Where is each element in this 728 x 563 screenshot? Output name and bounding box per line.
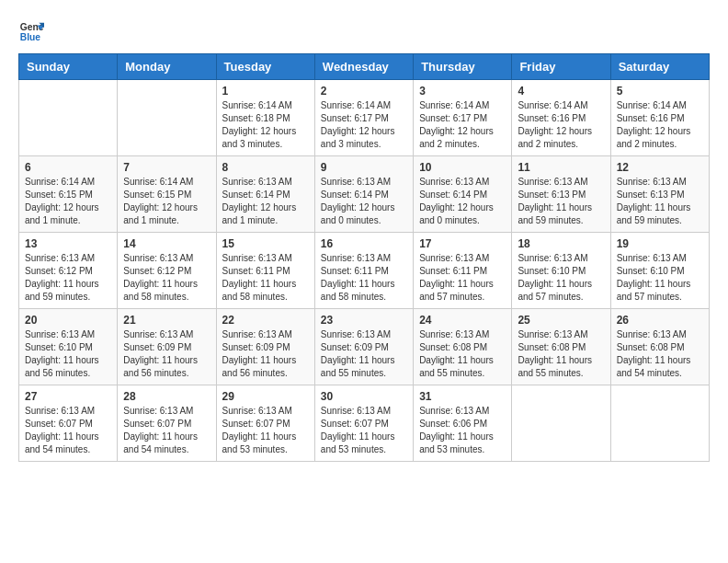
calendar-table: SundayMondayTuesdayWednesdayThursdayFrid… — [18, 53, 710, 462]
calendar-cell: 13Sunrise: 6:13 AM Sunset: 6:12 PM Dayli… — [19, 233, 118, 309]
calendar-cell: 22Sunrise: 6:13 AM Sunset: 6:09 PM Dayli… — [216, 309, 314, 385]
day-of-week-header: Sunday — [19, 54, 118, 80]
day-number: 25 — [518, 314, 604, 327]
calendar-cell: 1Sunrise: 6:14 AM Sunset: 6:18 PM Daylig… — [216, 80, 314, 156]
day-number: 8 — [222, 161, 309, 174]
day-number: 23 — [321, 314, 407, 327]
day-number: 22 — [222, 314, 309, 327]
day-number: 24 — [419, 314, 506, 327]
day-number: 3 — [419, 85, 506, 98]
day-info: Sunrise: 6:13 AM Sunset: 6:07 PM Dayligh… — [123, 405, 210, 456]
day-number: 4 — [518, 85, 604, 98]
calendar-cell — [512, 385, 610, 462]
day-of-week-header: Thursday — [414, 54, 512, 80]
day-info: Sunrise: 6:13 AM Sunset: 6:07 PM Dayligh… — [222, 405, 309, 456]
day-info: Sunrise: 6:13 AM Sunset: 6:08 PM Dayligh… — [518, 328, 604, 380]
calendar-cell: 5Sunrise: 6:14 AM Sunset: 6:16 PM Daylig… — [610, 80, 709, 156]
day-number: 20 — [25, 314, 111, 327]
calendar-cell: 11Sunrise: 6:13 AM Sunset: 6:13 PM Dayli… — [512, 156, 610, 233]
day-of-week-header: Friday — [512, 54, 610, 80]
day-info: Sunrise: 6:13 AM Sunset: 6:13 PM Dayligh… — [617, 176, 703, 227]
day-number: 19 — [617, 237, 703, 250]
day-info: Sunrise: 6:14 AM Sunset: 6:15 PM Dayligh… — [25, 176, 111, 227]
day-number: 14 — [123, 237, 210, 250]
day-info: Sunrise: 6:13 AM Sunset: 6:08 PM Dayligh… — [419, 328, 506, 380]
day-info: Sunrise: 6:14 AM Sunset: 6:16 PM Dayligh… — [617, 99, 703, 151]
day-number: 11 — [518, 161, 604, 174]
day-info: Sunrise: 6:13 AM Sunset: 6:09 PM Dayligh… — [123, 328, 210, 380]
day-info: Sunrise: 6:13 AM Sunset: 6:10 PM Dayligh… — [25, 328, 111, 380]
day-number: 27 — [25, 390, 111, 403]
day-info: Sunrise: 6:14 AM Sunset: 6:17 PM Dayligh… — [321, 99, 407, 151]
calendar-cell: 27Sunrise: 6:13 AM Sunset: 6:07 PM Dayli… — [19, 385, 118, 462]
day-info: Sunrise: 6:13 AM Sunset: 6:09 PM Dayligh… — [222, 328, 309, 380]
calendar-cell: 30Sunrise: 6:13 AM Sunset: 6:07 PM Dayli… — [314, 385, 413, 462]
day-number: 9 — [321, 161, 407, 174]
day-info: Sunrise: 6:13 AM Sunset: 6:14 PM Dayligh… — [321, 176, 407, 227]
calendar-cell: 7Sunrise: 6:14 AM Sunset: 6:15 PM Daylig… — [118, 156, 216, 233]
day-info: Sunrise: 6:14 AM Sunset: 6:15 PM Dayligh… — [123, 176, 210, 227]
calendar-cell: 17Sunrise: 6:13 AM Sunset: 6:11 PM Dayli… — [414, 233, 512, 309]
day-number: 28 — [123, 390, 210, 403]
calendar-cell: 23Sunrise: 6:13 AM Sunset: 6:09 PM Dayli… — [314, 309, 413, 385]
day-info: Sunrise: 6:13 AM Sunset: 6:10 PM Dayligh… — [617, 252, 703, 304]
calendar-cell: 15Sunrise: 6:13 AM Sunset: 6:11 PM Dayli… — [216, 233, 314, 309]
calendar-cell: 10Sunrise: 6:13 AM Sunset: 6:14 PM Dayli… — [414, 156, 512, 233]
calendar-week-row: 13Sunrise: 6:13 AM Sunset: 6:12 PM Dayli… — [19, 233, 710, 309]
day-of-week-header: Wednesday — [314, 54, 413, 80]
calendar-cell: 9Sunrise: 6:13 AM Sunset: 6:14 PM Daylig… — [314, 156, 413, 233]
day-number: 12 — [617, 161, 703, 174]
day-info: Sunrise: 6:13 AM Sunset: 6:06 PM Dayligh… — [419, 405, 506, 456]
day-number: 26 — [617, 314, 703, 327]
day-of-week-header: Monday — [118, 54, 216, 80]
day-of-week-header: Tuesday — [216, 54, 314, 80]
day-info: Sunrise: 6:13 AM Sunset: 6:08 PM Dayligh… — [617, 328, 703, 380]
day-info: Sunrise: 6:13 AM Sunset: 6:11 PM Dayligh… — [321, 252, 407, 304]
calendar-cell — [19, 80, 118, 156]
calendar-cell: 6Sunrise: 6:14 AM Sunset: 6:15 PM Daylig… — [19, 156, 118, 233]
calendar-week-row: 20Sunrise: 6:13 AM Sunset: 6:10 PM Dayli… — [19, 309, 710, 385]
calendar-cell: 25Sunrise: 6:13 AM Sunset: 6:08 PM Dayli… — [512, 309, 610, 385]
day-info: Sunrise: 6:13 AM Sunset: 6:11 PM Dayligh… — [419, 252, 506, 304]
day-of-week-header: Saturday — [610, 54, 709, 80]
calendar-cell: 28Sunrise: 6:13 AM Sunset: 6:07 PM Dayli… — [118, 385, 216, 462]
page-header: General Blue — [18, 18, 710, 44]
day-info: Sunrise: 6:13 AM Sunset: 6:07 PM Dayligh… — [321, 405, 407, 456]
calendar-cell: 14Sunrise: 6:13 AM Sunset: 6:12 PM Dayli… — [118, 233, 216, 309]
calendar-cell: 24Sunrise: 6:13 AM Sunset: 6:08 PM Dayli… — [414, 309, 512, 385]
day-number: 7 — [123, 161, 210, 174]
calendar-cell: 2Sunrise: 6:14 AM Sunset: 6:17 PM Daylig… — [314, 80, 413, 156]
calendar-cell: 31Sunrise: 6:13 AM Sunset: 6:06 PM Dayli… — [414, 385, 512, 462]
svg-text:Blue: Blue — [20, 32, 41, 42]
day-info: Sunrise: 6:13 AM Sunset: 6:14 PM Dayligh… — [419, 176, 506, 227]
logo-icon: General Blue — [18, 18, 44, 44]
day-info: Sunrise: 6:13 AM Sunset: 6:12 PM Dayligh… — [25, 252, 111, 304]
day-number: 30 — [321, 390, 407, 403]
day-info: Sunrise: 6:13 AM Sunset: 6:13 PM Dayligh… — [518, 176, 604, 227]
day-number: 13 — [25, 237, 111, 250]
calendar-cell: 21Sunrise: 6:13 AM Sunset: 6:09 PM Dayli… — [118, 309, 216, 385]
day-number: 1 — [222, 85, 309, 98]
calendar-cell: 18Sunrise: 6:13 AM Sunset: 6:10 PM Dayli… — [512, 233, 610, 309]
logo: General Blue — [18, 18, 44, 44]
day-info: Sunrise: 6:13 AM Sunset: 6:14 PM Dayligh… — [222, 176, 309, 227]
day-number: 21 — [123, 314, 210, 327]
day-number: 10 — [419, 161, 506, 174]
day-info: Sunrise: 6:13 AM Sunset: 6:10 PM Dayligh… — [518, 252, 604, 304]
day-number: 18 — [518, 237, 604, 250]
calendar-cell — [118, 80, 216, 156]
day-info: Sunrise: 6:14 AM Sunset: 6:18 PM Dayligh… — [222, 99, 309, 151]
calendar-cell: 8Sunrise: 6:13 AM Sunset: 6:14 PM Daylig… — [216, 156, 314, 233]
calendar-cell: 12Sunrise: 6:13 AM Sunset: 6:13 PM Dayli… — [610, 156, 709, 233]
calendar-cell: 4Sunrise: 6:14 AM Sunset: 6:16 PM Daylig… — [512, 80, 610, 156]
calendar-cell: 19Sunrise: 6:13 AM Sunset: 6:10 PM Dayli… — [610, 233, 709, 309]
day-number: 17 — [419, 237, 506, 250]
calendar-week-row: 6Sunrise: 6:14 AM Sunset: 6:15 PM Daylig… — [19, 156, 710, 233]
day-number: 5 — [617, 85, 703, 98]
day-number: 6 — [25, 161, 111, 174]
calendar-cell: 16Sunrise: 6:13 AM Sunset: 6:11 PM Dayli… — [314, 233, 413, 309]
day-info: Sunrise: 6:13 AM Sunset: 6:09 PM Dayligh… — [321, 328, 407, 380]
calendar-cell: 3Sunrise: 6:14 AM Sunset: 6:17 PM Daylig… — [414, 80, 512, 156]
day-info: Sunrise: 6:13 AM Sunset: 6:07 PM Dayligh… — [25, 405, 111, 456]
calendar-cell: 29Sunrise: 6:13 AM Sunset: 6:07 PM Dayli… — [216, 385, 314, 462]
